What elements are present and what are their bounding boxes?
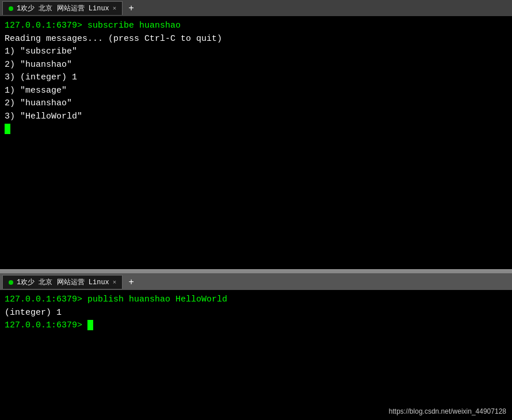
terminal-bottom-prompt: 127.0.0.1:6379> [5,320,87,330]
tab-top-plus[interactable]: + [124,3,138,13]
terminal-top-line-3: 1) "subscribe" [5,47,77,56]
tab-top-label: 1欢少 北京 网站运营 Linux [17,3,109,13]
tab-bottom-label: 1欢少 北京 网站运营 Linux [17,277,109,287]
tab-bottom-plus[interactable]: + [124,277,138,287]
tab-dot-bottom [9,280,13,285]
terminal-top-line-6: 1) "message" [5,86,67,96]
terminal-bottom-line-2: (integer) 1 [5,308,62,318]
tab-dot-top [9,6,13,11]
terminal-top-line-1: 127.0.0.1:6379> subscribe huanshao [5,21,181,30]
watermark-text: https://blog.csdn.net/weixin_44907128 [389,407,506,415]
terminal-top-body[interactable]: 127.0.0.1:6379> subscribe huanshao Readi… [0,16,512,269]
terminal-top-line-4: 2) "huanshao" [5,60,72,70]
terminal-top-section: 1欢少 北京 网站运营 Linux × + 127.0.0.1:6379> su… [0,0,512,269]
terminal-top-line-7: 2) "huanshao" [5,98,72,108]
terminal-top-line-8: 3) "HelloWorld" [5,112,82,121]
terminal-container: 1欢少 北京 网站运营 Linux × + 127.0.0.1:6379> su… [0,0,512,420]
terminal-top-cursor [5,124,10,134]
tab-top-close[interactable]: × [113,5,117,12]
terminal-bottom-section: 1欢少 北京 网站运营 Linux × + 127.0.0.1:6379> pu… [0,274,512,420]
terminal-top-line-5: 3) (integer) 1 [5,72,77,82]
terminal-divider [0,269,512,274]
tab-bottom-close[interactable]: × [113,279,117,286]
terminal-bottom-line-1: 127.0.0.1:6379> publish huanshao HelloWo… [5,295,227,304]
tab-top-active[interactable]: 1欢少 北京 网站运营 Linux × [2,1,123,15]
tab-bar-top: 1欢少 北京 网站运营 Linux × + [0,0,512,16]
terminal-bottom-body[interactable]: 127.0.0.1:6379> publish huanshao HelloWo… [0,290,512,420]
terminal-bottom-cursor [87,320,93,330]
tab-bar-bottom: 1欢少 北京 网站运营 Linux × + [0,274,512,290]
terminal-top-line-2: Reading messages... (press Ctrl-C to qui… [5,34,222,44]
tab-bottom-active[interactable]: 1欢少 北京 网站运营 Linux × [2,275,123,289]
